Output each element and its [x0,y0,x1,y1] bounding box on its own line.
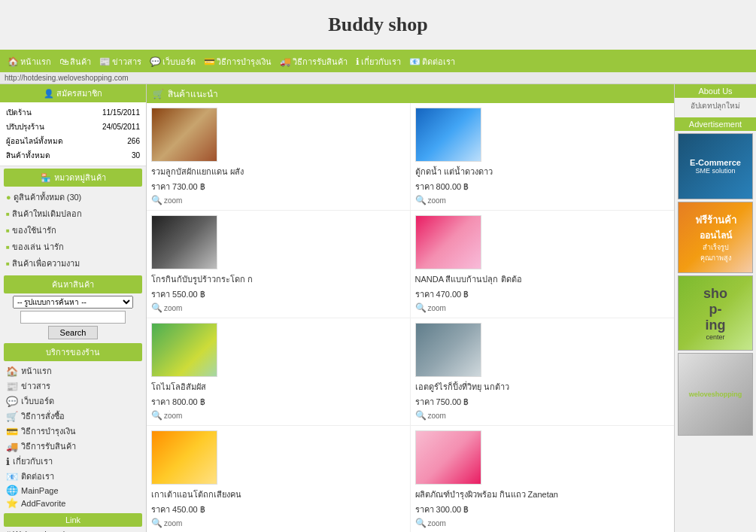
zoom-link-5[interactable]: 🔍 zoom [151,410,182,421]
product-3-name: โกรกินก้บับรูปร้าวกระโดก ก [151,272,253,286]
category-icon: 🏪 [41,173,51,183]
ad-shopping[interactable]: shop-ing center [678,275,753,351]
right-sidebar: About Us อัปเดทปลุกใหม่ Advertisement E-… [675,84,756,532]
ad-online[interactable]: ฟรีร้านค้า ออนไลน์ สำเร็จรูป คุณภาพสูง [678,202,753,273]
menu-item-2[interactable]: ■ ของใช้น่ารัก [0,222,146,239]
product-3-price: ราคา 550.00 ฿ [151,287,205,301]
product-8-price: ราคา 300.00 ฿ [415,503,469,516]
nav-news[interactable]: 📰 ข่าวสาร [96,53,145,70]
header: Buddy shop [0,0,756,51]
product-8: ผลิตภัณฑ์บำรุงผิวพร้อม กินแถว Zanetan รา… [411,426,675,532]
ad-section-header: Advertisement [675,117,756,131]
update-value: 24/05/2011 [87,120,140,133]
product-2-price: ราคา 800.00 ฿ [415,180,469,193]
online-value: 266 [87,135,140,147]
zoom-link-1[interactable]: 🔍 zoom [151,195,182,205]
product-2-name: ตู้กดน้ำ แต่น้ำดวงดาว [415,165,493,178]
update-label: ปรับปรุงร้าน [6,120,86,133]
service-contact[interactable]: 📧 ติดต่อเรา [0,469,146,484]
service-order[interactable]: 🛒 วิธีการสั่งซื้อ [0,409,146,424]
service-payment[interactable]: 💳 วิธีการบำรุงเงิน [0,424,146,439]
products-label: สินค้าทั้งหมด [6,149,86,162]
nav-webboard[interactable]: 💬 เว็บบอร์ด [146,53,199,70]
product-7-image [151,430,217,485]
product-1: รวมลูกบัสผักแยกแดน ผสัง ราคา 730.00 ฿ 🔍 … [147,103,411,210]
product-6: เอตดูร์ไรก็ปิ้งที่วิทยุ นกต้าว ราคา 750.… [411,318,675,425]
bullet-icon-2: ■ [6,227,10,234]
ad-ecommerce[interactable]: E-Commerce SME solution [678,133,753,199]
nav-payment[interactable]: 💳 วิธีการบำรุงเงิน [200,53,275,70]
contact-icon: 📧 [409,56,421,67]
product-4: NANDA สีแบบก้านปลุก ติดต้อ ราคา 470.00 ฿… [411,211,675,318]
ad-weloveshopping[interactable]: weloveshopping [678,353,753,436]
service-addfavorite[interactable]: ⭐ AddFavorite [0,497,146,509]
menu-item-4[interactable]: ■ สินค้าเพื่อความงาม [0,255,146,272]
link-weloveshopping[interactable]: # Weloveshopping.com [0,529,146,532]
main-content: 🛒 สินค้าแนะนำ รวมลูกบัสผักแยกแดน ผสัง รา… [147,84,675,532]
products-header-icon: 🛒 [153,89,164,99]
search-button[interactable]: Search [48,326,99,339]
online-label: ผู้ออนไลน์ทั้งหมด [6,135,86,147]
menu-item-1[interactable]: ■ สินค้าใหม่เดิมปลอก [0,205,146,222]
zoom-link-3[interactable]: 🔍 zoom [151,302,182,313]
menu-item-3[interactable]: ■ ของเล่น น่ารัก [0,239,146,255]
delivery-service-icon: 🚚 [6,441,18,452]
product-4-image [415,215,481,269]
category-header: 🏪 หมวดหมู่สินค้า [4,169,142,187]
nav-contact[interactable]: 📧 ติดต่อเรา [405,53,459,70]
order-service-icon: 🛒 [6,411,18,422]
ad-new-label: อัปเดทปลุกใหม่ [675,98,756,114]
product-row-2: โกรกินก้บับรูปร้าวกระโดก ก ราคา 550.00 ฿… [147,211,674,318]
shop-icon: 🛍 [59,56,68,67]
nav-delivery[interactable]: 🚚 วิธีการรับสินค้า [276,53,351,70]
product-8-image [415,430,481,485]
view-all-link[interactable]: ● ดูสินค้าทั้งหมด (30) [0,189,146,205]
zoom-link-4[interactable]: 🔍 zoom [415,302,446,313]
service-mainpage[interactable]: 🌐 MainPage [0,484,146,497]
product-5-name: โถไมโลอิสัมผัส [151,380,206,394]
board-service-icon: 💬 [6,396,18,407]
service-delivery[interactable]: 🚚 วิธีการรับสินค้า [0,439,146,454]
news-service-icon: 📰 [6,381,18,392]
zoom-icon-4: 🔍 [415,302,427,313]
product-6-price: ราคา 750.00 ฿ [415,395,469,409]
link-section-header: Link [4,513,142,527]
product-7-price: ราคา 450.00 ฿ [151,503,205,516]
open-date-value: 11/15/2011 [87,106,140,119]
zoom-icon-1: 🔍 [151,195,162,205]
search-select[interactable]: -- รูปแบบการค้นหา -- [13,296,133,309]
product-3: โกรกินก้บับรูปร้าวกระโดก ก ราคา 550.00 ฿… [147,211,411,318]
product-8-name: ผลิตภัณฑ์บำรุงผิวพร้อม กินแถว Zanetan [415,488,558,501]
service-news[interactable]: 📰 ข่าวสาร [0,378,146,394]
service-about[interactable]: ℹ เกี่ยวกับเรา [0,454,146,469]
navigation: 🏠 หน้าแรก 🛍 สินค้า 📰 ข่าวสาร 💬 เว็บบอร์ด… [0,51,756,72]
products-header: 🛒 สินค้าแนะนำ [147,84,674,103]
bullet-icon-3: ■ [6,244,10,251]
nav-products[interactable]: 🛍 สินค้า [56,53,95,70]
member-section-header: 👤 สมัครสมาชิก [0,84,146,102]
product-6-name: เอตดูร์ไรก็ปิ้งที่วิทยุ นกต้าว [415,380,509,394]
zoom-link-6[interactable]: 🔍 zoom [415,410,446,421]
bullet-icon: ● [6,193,11,202]
zoom-link-8[interactable]: 🔍 zoom [415,518,446,528]
zoom-link-7[interactable]: 🔍 zoom [151,518,182,528]
home-icon: 🏠 [8,56,19,67]
board-icon: 💬 [150,56,161,67]
site-title: Buddy shop [14,14,742,36]
service-board[interactable]: 💬 เว็บบอร์ด [0,394,146,409]
products-value: 30 [87,149,140,162]
search-input[interactable] [20,311,126,324]
service-home[interactable]: 🏠 หน้าแรก [0,363,146,378]
zoom-icon-6: 🔍 [415,410,427,421]
zoom-link-2[interactable]: 🔍 zoom [415,195,446,205]
nav-about[interactable]: ℹ เกี่ยวกับเรา [352,53,405,70]
product-5: โถไมโลอิสัมผัส ราคา 800.00 ฿ 🔍 zoom [147,318,411,425]
method-icon: 💳 [204,56,215,67]
nav-home[interactable]: 🏠 หน้าแรก [4,53,55,70]
about-icon: ℹ [356,56,360,67]
bullet-icon-4: ■ [6,260,10,267]
mainpage-service-icon: 🌐 [6,485,18,496]
payment-service-icon: 💳 [6,426,18,437]
zoom-icon-8: 🔍 [415,518,427,528]
zoom-icon-2: 🔍 [415,195,427,205]
